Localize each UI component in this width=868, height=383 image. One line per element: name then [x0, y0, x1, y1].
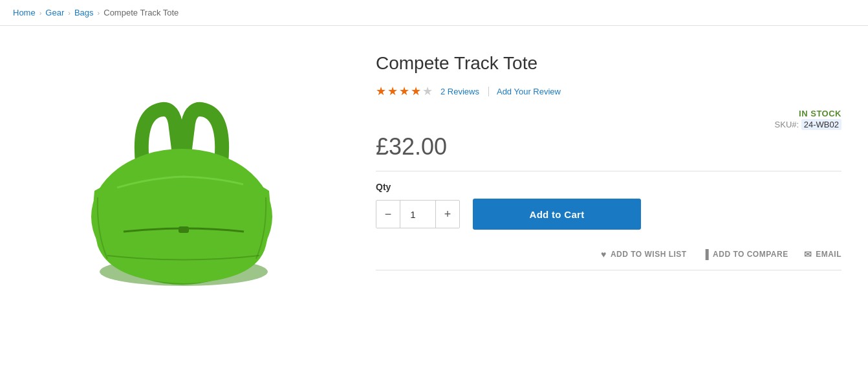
- breadcrumb-gear[interactable]: Gear: [45, 8, 64, 17]
- star-5: ★: [422, 84, 433, 98]
- breadcrumb-home[interactable]: Home: [13, 8, 36, 17]
- qty-label: Qty: [376, 182, 841, 192]
- star-1: ★: [376, 84, 386, 98]
- breadcrumb-sep-1: ›: [39, 9, 42, 17]
- breadcrumb-sep-2: ›: [68, 9, 71, 17]
- email-icon: ✉: [804, 249, 812, 259]
- bottom-divider: [376, 270, 841, 270]
- product-page: Compete Track Tote ★ ★ ★ ★ ★ 2 Reviews A…: [14, 45, 854, 317]
- breadcrumb-sep-3: ›: [98, 9, 100, 17]
- star-rating: ★ ★ ★ ★ ★: [376, 84, 433, 98]
- qty-plus-button[interactable]: +: [436, 201, 459, 228]
- breadcrumb-current: Compete Track Tote: [103, 8, 179, 17]
- email-label: EMAIL: [816, 250, 841, 259]
- star-3: ★: [399, 84, 409, 98]
- star-2: ★: [387, 84, 398, 98]
- svg-rect-2: [179, 226, 189, 233]
- heart-icon: ♥: [601, 249, 607, 259]
- qty-input[interactable]: [400, 201, 436, 228]
- sku-row: SKU#: 24-WB02: [775, 120, 841, 129]
- bag-image: [65, 65, 298, 298]
- email-link[interactable]: ✉ EMAIL: [804, 249, 841, 259]
- wish-list-label: ADD TO WISH LIST: [611, 250, 687, 259]
- product-image-section: [27, 45, 337, 317]
- stock-status: IN STOCK: [775, 109, 841, 118]
- product-image: [52, 58, 311, 304]
- add-review-link[interactable]: Add Your Review: [488, 87, 561, 96]
- add-to-cart-button[interactable]: Add to Cart: [473, 199, 641, 230]
- qty-section: Qty − + Add to Cart: [376, 182, 841, 230]
- sku-label: SKU#:: [775, 120, 799, 129]
- breadcrumb-bags[interactable]: Bags: [74, 8, 94, 17]
- compare-link[interactable]: ▐ ADD TO COMPARE: [702, 249, 788, 259]
- compare-label: ADD TO COMPARE: [713, 250, 788, 259]
- sku-value: 24-WB02: [801, 119, 841, 130]
- wish-list-link[interactable]: ♥ ADD TO WISH LIST: [601, 249, 687, 259]
- action-links: ♥ ADD TO WISH LIST ▐ ADD TO COMPARE ✉ EM…: [376, 243, 841, 259]
- product-details: Compete Track Tote ★ ★ ★ ★ ★ 2 Reviews A…: [376, 45, 841, 270]
- compare-icon: ▐: [702, 249, 709, 259]
- rating-row: ★ ★ ★ ★ ★ 2 Reviews Add Your Review: [376, 84, 841, 98]
- product-price: £32.00: [376, 133, 841, 160]
- qty-add-row: − + Add to Cart: [376, 199, 841, 230]
- qty-control: − +: [376, 200, 460, 228]
- star-4: ★: [411, 84, 421, 98]
- reviews-link[interactable]: 2 Reviews: [440, 87, 479, 96]
- stock-sku: IN STOCK SKU#: 24-WB02: [775, 109, 841, 129]
- price-divider: [376, 171, 841, 171]
- breadcrumb: Home › Gear › Bags › Compete Track Tote: [0, 0, 868, 26]
- stock-sku-row: IN STOCK SKU#: 24-WB02: [376, 109, 841, 129]
- product-title: Compete Track Tote: [376, 52, 841, 75]
- qty-minus-button[interactable]: −: [376, 201, 400, 228]
